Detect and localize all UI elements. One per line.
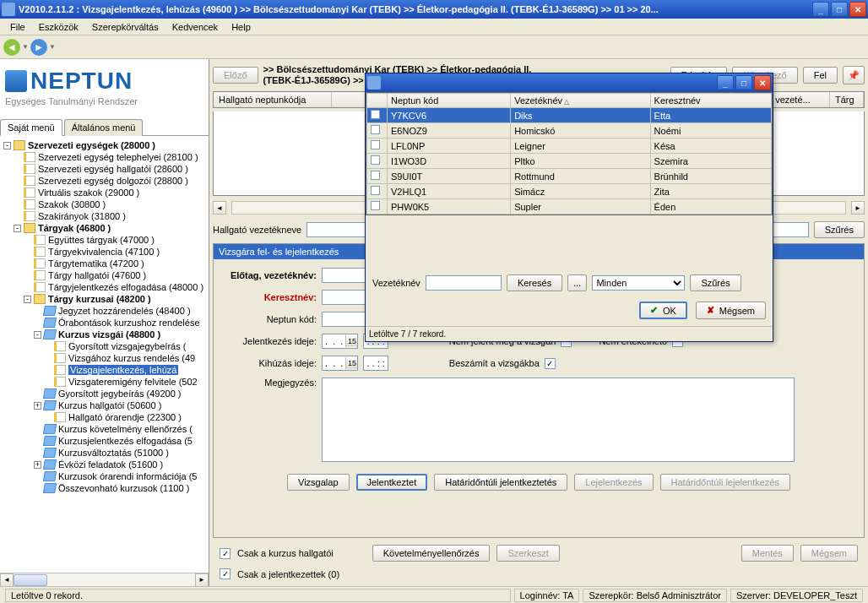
jelentkeztet-button[interactable]: Jelentkeztet xyxy=(356,474,428,491)
col-lastname[interactable]: Vezetéknév△ xyxy=(511,94,650,108)
tree-node[interactable]: -Tárgyak (46800 ) xyxy=(0,222,209,234)
tree-node[interactable]: Vizsgateremigény felvitele (502 xyxy=(0,376,209,388)
table-row[interactable]: LFL0NPLeignerKésa xyxy=(367,139,772,154)
tree-node[interactable]: Vizsgajelentkezés, lehúzá xyxy=(0,364,209,376)
col-neptuncode[interactable]: Hallgató neptunkódja xyxy=(214,92,332,107)
pin-button[interactable]: 📌 xyxy=(843,66,865,84)
scroll-left-button[interactable]: ◄ xyxy=(0,573,14,587)
scroll-thumb[interactable] xyxy=(14,574,47,586)
hatlejelent-button[interactable]: Határidőntúli lejelentkezés xyxy=(660,474,790,491)
tree-hscroll[interactable]: ◄ ► xyxy=(0,573,209,586)
tree-node[interactable]: Tárgyjelentkezés elfogadása (48000 ) xyxy=(0,281,209,293)
tree-node[interactable]: Jegyzet hozzárendelés (48400 ) xyxy=(0,305,209,317)
strip-left[interactable]: ◄ xyxy=(213,201,226,215)
vizsgalap-button[interactable]: Vizsgalap xyxy=(287,474,350,491)
tree-toggle[interactable]: - xyxy=(24,296,31,303)
row-checkbox[interactable] xyxy=(371,201,380,210)
dlg-filter-select[interactable]: Minden xyxy=(592,275,685,291)
dlg-dots-button[interactable]: ... xyxy=(567,274,587,291)
col-code[interactable]: Neptun kód xyxy=(388,94,511,108)
kovetel-button[interactable]: Követelményellenőrzés xyxy=(372,545,491,562)
tree-node[interactable]: Szervezeti egység telephelyei (28100 ) xyxy=(0,151,209,163)
tree-node[interactable]: Virtuális szakok (29000 ) xyxy=(0,187,209,198)
tree-node[interactable]: Szervezeti egység dolgozói (28800 ) xyxy=(0,175,209,187)
dialog-grid[interactable]: Neptun kód Vezetéknév△ Keresztnév Y7KCV6… xyxy=(366,92,773,215)
dlg-search-button[interactable]: Keresés xyxy=(507,274,562,291)
tree-node[interactable]: +Kurzus hallgatói (50600 ) xyxy=(0,399,209,411)
col-check[interactable] xyxy=(367,94,388,108)
szerkeszt-button[interactable]: Szerkeszt xyxy=(496,545,559,562)
hatarido-button[interactable]: Határidőntúli jelentkeztetés xyxy=(434,474,567,491)
nav-tree[interactable]: -Szervezeti egységek (28000 )Szervezeti … xyxy=(0,136,209,573)
dialog-maximize[interactable]: □ xyxy=(735,75,752,90)
tree-node[interactable]: Összevonható kurzusok (1100 ) xyxy=(0,482,209,494)
regdate-input[interactable]: . . .15 xyxy=(322,334,358,349)
dialog-titlebar[interactable]: _ □ ✕ xyxy=(366,73,773,92)
row-checkbox[interactable] xyxy=(371,186,380,195)
tree-node[interactable]: -Tárgy kurzusai (48200 ) xyxy=(0,293,209,305)
tab-general-menu[interactable]: Általános menü xyxy=(64,119,144,136)
drawtimefield-input[interactable]: . . : : xyxy=(363,356,388,371)
row-checkbox[interactable] xyxy=(371,140,380,149)
tree-node[interactable]: Gyorsított jegybeírás (49200 ) xyxy=(0,388,209,399)
tree-node[interactable]: Tárgyekvivalencia (47100 ) xyxy=(0,246,209,258)
nav-back-dropdown[interactable]: ▼ xyxy=(22,43,29,51)
menu-file[interactable]: File xyxy=(3,20,32,34)
lejelentkezes-button[interactable]: Lejelentkezés xyxy=(574,474,653,491)
table-row[interactable]: PHW0K5SuplerÉden xyxy=(367,199,772,215)
nav-forward-dropdown[interactable]: ▼ xyxy=(49,43,56,51)
tree-node[interactable]: Kurzusjelentkezés elfogadása (5 xyxy=(0,435,209,447)
prev-button[interactable]: Előző xyxy=(213,67,258,84)
tree-toggle[interactable]: - xyxy=(3,142,11,149)
dialog-minimize[interactable]: _ xyxy=(717,75,734,90)
tab-own-menu[interactable]: Saját menü xyxy=(0,119,62,136)
strip-right[interactable]: ► xyxy=(851,201,865,215)
scroll-right-button[interactable]: ► xyxy=(195,573,209,587)
table-row[interactable]: E6NOZ9HomicskóNoémi xyxy=(367,123,772,139)
tree-node[interactable]: +Évközi feladatok (51600 ) xyxy=(0,459,209,470)
table-row[interactable]: S9UI0TRottmundBrünhild xyxy=(367,169,772,184)
nav-back-button[interactable]: ◄ xyxy=(3,39,20,56)
tree-node[interactable]: Kurzusváltoztatás (51000 ) xyxy=(0,447,209,459)
menu-help[interactable]: Help xyxy=(225,20,258,34)
tree-node[interactable]: Szakirányok (31800 ) xyxy=(0,210,209,222)
mentes-button[interactable]: Mentés xyxy=(741,545,794,562)
remark-textarea[interactable] xyxy=(322,378,795,462)
onlyreg-checkbox[interactable]: ✓ xyxy=(220,568,231,579)
tree-node[interactable]: Kurzus követelmény ellenőrzés ( xyxy=(0,423,209,435)
row-checkbox[interactable] xyxy=(371,125,380,134)
maximize-button[interactable]: □ xyxy=(831,2,848,17)
onlycourse-checkbox[interactable]: ✓ xyxy=(220,548,231,559)
tree-node[interactable]: Vizsgához kurzus rendelés (49 xyxy=(0,352,209,364)
menu-roleswitch[interactable]: Szerepkörváltás xyxy=(85,20,165,34)
dlg-ok-button[interactable]: ✔OK xyxy=(639,302,687,319)
dlg-cancel-button[interactable]: ✘Mégsem xyxy=(696,302,766,319)
dialog-close[interactable]: ✕ xyxy=(754,75,771,90)
col-firstname[interactable]: Keresztnév xyxy=(650,94,771,108)
tree-node[interactable]: Szervezeti egység hallgatói (28600 ) xyxy=(0,163,209,175)
dlg-filter-button[interactable]: Szűrés xyxy=(690,274,741,291)
tree-node[interactable]: Gyorsított vizsgajegybeírás ( xyxy=(0,340,209,352)
up-button[interactable]: Fel xyxy=(803,67,838,84)
tree-node[interactable]: Tárgy hallgatói (47600 ) xyxy=(0,269,209,281)
drawdate-input[interactable]: . . .15 xyxy=(322,356,358,371)
tree-node[interactable]: Tárgytematika (47200 ) xyxy=(0,258,209,269)
calendar-icon[interactable]: 15 xyxy=(345,335,357,347)
row-checkbox[interactable] xyxy=(371,110,380,119)
menu-tools[interactable]: Eszközök xyxy=(32,20,85,34)
menu-favorites[interactable]: Kedvencek xyxy=(165,20,225,34)
col-targ[interactable]: Tárg xyxy=(830,92,864,107)
tree-node[interactable]: Szakok (30800 ) xyxy=(0,198,209,210)
row-checkbox[interactable] xyxy=(371,171,380,180)
tree-node[interactable]: Hallgató órarendje (22300 ) xyxy=(0,411,209,423)
tree-node[interactable]: -Kurzus vizsgái (48800 ) xyxy=(0,329,209,340)
table-row[interactable]: V2HLQ1SimáczZita xyxy=(367,184,772,199)
row-checkbox[interactable] xyxy=(371,155,380,165)
tree-node[interactable]: Kurzusok órarendi információja (5 xyxy=(0,470,209,482)
tree-node[interactable]: -Szervezeti egységek (28000 ) xyxy=(0,139,209,151)
counts-checkbox[interactable]: ✓ xyxy=(545,358,556,369)
tree-toggle[interactable]: - xyxy=(14,225,21,232)
minimize-button[interactable]: _ xyxy=(812,2,829,17)
tree-toggle[interactable]: + xyxy=(34,402,41,410)
table-row[interactable]: Y7KCV6DiksEtta xyxy=(367,108,772,123)
